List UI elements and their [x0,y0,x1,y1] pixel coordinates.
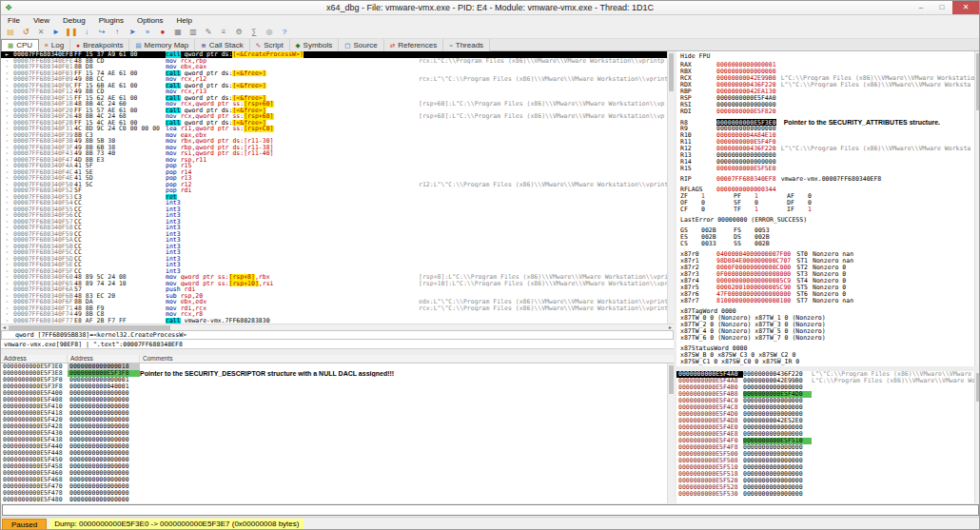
register-value-x87r7[interactable]: 81000000000000000100 [716,298,791,304]
log-icon[interactable]: ≡ [216,26,231,38]
run-icon[interactable]: ► [49,26,64,38]
register-value-rbx[interactable]: 0000000000000000 [716,69,776,75]
menu-options[interactable]: Options [130,16,170,25]
menu-view[interactable]: View [27,16,56,25]
disasm-vertical-scrollbar[interactable] [667,51,674,324]
tab-call-stack[interactable]: ≣Call Stack [195,39,249,51]
menu-debug[interactable]: Debug [56,16,92,25]
help-icon[interactable]: ? [277,26,292,38]
flag-value[interactable]: 002B [701,234,734,241]
flag-value[interactable]: 0 [808,200,840,206]
dump-comment [140,390,667,397]
animate-icon[interactable]: » [140,26,155,38]
register-value-rcx[interactable]: 00000000042E99B0 [716,75,776,82]
memory-map-icon[interactable]: ▦ [170,26,186,38]
flag-value[interactable]: 1 [701,193,734,200]
register-value-x87r0[interactable]: 04000004000000007F00 [716,251,791,258]
register-value-rflags[interactable]: 0000000000000344 [716,186,776,193]
register-value-r13[interactable]: 0000000000000000 [716,152,776,159]
menu-plugins[interactable]: Plugins [92,16,130,25]
scrollbar-thumb[interactable] [976,53,980,110]
register-row: R90000000000000000 [680,126,974,132]
command-input[interactable] [2,504,979,516]
register-value-x87r4[interactable]: 000000000000000005C9 [716,278,791,285]
breakpoint-icon[interactable]: ● [155,26,170,38]
register-value-rsp[interactable]: 0000000000E5F4A0 [716,95,776,102]
register-value-rdx[interactable]: 000000000436F220 [716,82,776,88]
register-value-rax[interactable]: 0000000000000001 [716,62,776,69]
stack-row[interactable]: 0000000000E5F5300000000000000000 [676,491,974,498]
restart-icon[interactable]: ↺ [18,26,33,38]
tab-threads[interactable]: ≈Threads [443,39,490,51]
register-value-x87r3[interactable]: 0F000000000000000000 [716,271,791,278]
flag-name: OF [680,200,701,206]
flag-value[interactable]: 002B [755,241,787,247]
script-icon[interactable]: ✎ [201,26,216,38]
register-value-rip[interactable]: 00007FF680340EF8 [716,176,776,183]
register-value-r15[interactable]: 0000000000E5F5E0 [716,166,776,172]
register-value-r14[interactable]: 0000000000000000 [716,159,776,166]
register-row: RFLAGS0000000000000344 [680,186,974,193]
open-file-icon[interactable]: ▤ [3,26,18,38]
flag-value[interactable]: 1 [755,206,787,213]
hide-fpu-button[interactable]: Hide FPU [680,53,974,62]
disasm-horizontal-scrollbar[interactable]: ◄► [1,324,674,330]
search-icon[interactable]: ◎ [262,26,277,38]
flag-value[interactable]: 0 [701,200,734,206]
menu-help[interactable]: Help [170,16,199,25]
register-value-rsi[interactable]: 0000000000000000 [716,102,776,108]
pause-icon[interactable]: ❚❚ [64,26,79,38]
register-value-r11[interactable]: 0000000000E5F4F0 [716,139,776,146]
register-value-x87r1[interactable]: 98D084E000000000C707 [716,258,791,265]
register-value-r8[interactable]: 0000000000E5F3E0 [716,119,776,126]
menu-file[interactable]: File [1,16,27,25]
register-value-x87r2[interactable]: 0000F00000000000C000 [716,265,791,271]
scrollbar-thumb[interactable] [976,373,980,402]
tab-breakpoints[interactable]: ●Breakpoints [70,39,129,51]
tab-memory-map[interactable]: ▤Memory Map [129,39,195,51]
step-over-icon[interactable]: ↪ [94,26,109,38]
close-debuggee-icon[interactable]: ✕ [33,26,49,38]
dump-row[interactable]: 0000000000E5F4800000000000000000 [1,497,667,503]
instruction-comment: [rsp+10]:L"C:\\Program Files (x86)\\VMwa… [419,281,667,287]
tab-references[interactable]: ⇄References [384,39,443,51]
tab-label: Symbols [304,41,333,49]
tab-symbols[interactable]: ◆Symbols [290,39,340,51]
maximize-button[interactable]: □ [931,1,952,14]
step-out-icon[interactable]: ↑ [109,26,125,38]
flag-value[interactable]: 002B [755,234,787,241]
tab-source[interactable]: ▢Source [339,39,384,51]
registers-scrollbar[interactable] [974,51,980,366]
register-value-r12[interactable]: 000000000436F220 [716,146,776,152]
st-detail: Nonzero 0 [813,265,846,271]
run-to-cursor-icon[interactable]: ➤ [125,26,140,38]
call-stack-icon[interactable]: ▥ [186,26,201,38]
flag-value[interactable]: 0053 [755,227,787,234]
tab-script[interactable]: ✎Script [250,39,290,51]
flag-value[interactable]: 1 [755,193,787,200]
dump-comment [140,450,667,457]
close-button[interactable]: ✕ [952,1,979,14]
flag-value[interactable]: 0033 [701,241,734,247]
minimize-button[interactable]: – [911,1,931,14]
dump-scrollbar[interactable] [667,363,674,503]
calculator-icon[interactable]: ∑ [246,26,262,38]
flag-value[interactable]: 0 [808,193,840,200]
register-value-r9[interactable]: 0000000000000000 [716,126,776,132]
stack-scrollbar[interactable] [974,371,980,503]
register-value-rbp[interactable]: 00000000042EA130 [716,88,776,95]
register-value-r10[interactable]: 0000000004A84E10 [716,132,776,139]
flag-value[interactable]: 1 [808,206,840,213]
register-value-rdi[interactable]: 0000000000E5F820 [716,108,776,115]
instruction-comment: rcx:L"\"C:\\Program Files (x86)\\VMware\… [419,305,667,312]
tab-log[interactable]: ≡Log [39,39,70,51]
flag-value[interactable]: 0 [701,206,734,213]
step-into-icon[interactable]: ↓ [79,26,94,38]
tab-cpu[interactable]: ▦CPU [1,39,39,51]
register-value-x87r6[interactable]: 47F00000000000000000 [716,291,791,298]
flag-value[interactable]: 002B [701,227,734,234]
flag-value[interactable]: 0 [755,200,787,206]
settings-icon[interactable]: ⚙ [231,26,246,38]
stack-comment [812,484,974,491]
register-value-x87r5[interactable]: 00002001000000005C90 [716,285,791,291]
